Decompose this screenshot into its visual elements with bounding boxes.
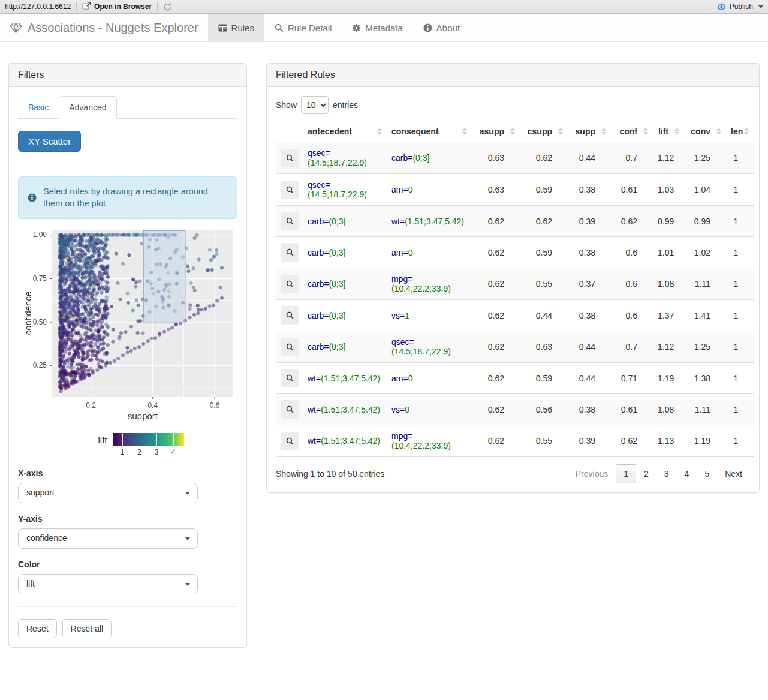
column-header-len[interactable]: len bbox=[726, 121, 754, 142]
consequent-attribute: qsec= bbox=[391, 337, 414, 347]
cell-antecedent: carb=(0;3] bbox=[303, 206, 387, 237]
magnifier-icon bbox=[286, 186, 294, 194]
consequent-value: 1 bbox=[405, 311, 409, 320]
sort-icon bbox=[716, 128, 721, 135]
table-row[interactable]: qsec=(14.5;18.7;22.9)am=00.630.590.380.6… bbox=[276, 174, 754, 206]
cell-csupp: 0.62 bbox=[520, 206, 568, 237]
scatter-plot-canvas[interactable] bbox=[18, 226, 237, 424]
cell-conv: 1.04 bbox=[684, 174, 726, 206]
row-inspect-button[interactable] bbox=[281, 432, 299, 450]
tab-rule-detail[interactable]: Rule Detail bbox=[264, 14, 342, 41]
legend-tick-mark bbox=[156, 433, 157, 446]
row-inspect-button[interactable] bbox=[281, 338, 299, 356]
table-row[interactable]: carb=(0;3]am=00.620.590.380.61.011.021 bbox=[276, 237, 754, 268]
filters-tab-basic[interactable]: Basic bbox=[18, 96, 59, 119]
pagination-page-4[interactable]: 4 bbox=[677, 465, 697, 483]
magnifier-icon bbox=[286, 437, 294, 445]
antecedent-attribute: wt= bbox=[308, 374, 321, 383]
cell-csupp: 0.59 bbox=[520, 237, 568, 268]
row-inspect-button[interactable] bbox=[281, 369, 299, 387]
table-row[interactable]: qsec=(14.5;18.7;22.9)carb=(0;3]0.630.620… bbox=[276, 142, 754, 174]
column-header-conv[interactable]: conv bbox=[684, 121, 726, 142]
y-axis-select[interactable]: confidence bbox=[18, 528, 198, 549]
sort-icon bbox=[601, 128, 606, 135]
cell-csupp: 0.55 bbox=[520, 425, 568, 457]
cell-csupp: 0.63 bbox=[520, 331, 568, 363]
row-inspect-button[interactable] bbox=[281, 149, 299, 167]
row-inspect-button[interactable] bbox=[281, 181, 299, 199]
publish-button[interactable]: Publish bbox=[716, 2, 763, 11]
table-row[interactable]: carb=(0;3]vs=10.620.440.380.61.371.411 bbox=[276, 300, 754, 331]
legend-gradient-bar: 1234 bbox=[113, 433, 184, 457]
pagination-page-2[interactable]: 2 bbox=[636, 465, 656, 483]
tab-about[interactable]: About bbox=[413, 14, 470, 41]
pagination-page-5[interactable]: 5 bbox=[697, 465, 717, 483]
magnifier-icon bbox=[286, 405, 294, 413]
tab-label: Rules bbox=[231, 23, 254, 33]
table-row[interactable]: carb=(0;3]qsec=(14.5;18.7;22.9)0.620.630… bbox=[276, 331, 754, 363]
tab-metadata[interactable]: Metadata bbox=[342, 14, 413, 41]
row-inspect-button[interactable] bbox=[281, 306, 299, 325]
cell-lift: 1.19 bbox=[653, 363, 684, 394]
pagination-page-1[interactable]: 1 bbox=[616, 464, 636, 483]
column-label: conf bbox=[619, 127, 637, 136]
column-header-asupp[interactable]: asupp bbox=[472, 121, 520, 142]
magnifier-icon bbox=[286, 311, 294, 319]
refresh-icon[interactable] bbox=[163, 2, 172, 11]
color-select[interactable]: lift bbox=[18, 574, 198, 594]
cell-conv: 1.19 bbox=[684, 425, 726, 457]
cell-supp: 0.44 bbox=[568, 331, 611, 363]
tab-rules[interactable]: Rules bbox=[208, 14, 264, 41]
legend-tick-mark bbox=[122, 433, 123, 446]
reset-button[interactable]: Reset bbox=[18, 619, 57, 638]
page-length-select[interactable]: 10 bbox=[301, 96, 329, 114]
cell-lift: 1.37 bbox=[653, 300, 684, 331]
cell-asupp: 0.62 bbox=[472, 268, 520, 300]
open-in-browser-button[interactable]: Open in Browser bbox=[82, 2, 152, 11]
table-row[interactable]: wt=(1.51;3.47;5.42)am=00.620.590.440.711… bbox=[276, 363, 754, 394]
row-inspect-button[interactable] bbox=[281, 400, 299, 419]
consequent-value: (1.51;3.47;5.42) bbox=[405, 217, 464, 226]
color-legend: lift 1234 bbox=[44, 432, 237, 458]
sort-icon bbox=[462, 128, 467, 135]
open-in-browser-icon bbox=[82, 2, 91, 11]
column-header-csupp[interactable]: csupp bbox=[520, 121, 568, 142]
column-header-consequent[interactable]: consequent bbox=[387, 121, 472, 142]
cell-antecedent: qsec=(14.5;18.7;22.9) bbox=[303, 174, 387, 206]
row-inspect-button[interactable] bbox=[281, 243, 299, 262]
row-inspect-button[interactable] bbox=[281, 212, 299, 230]
table-row[interactable]: carb=(0;3]mpg=(10.4;22.2;33.9)0.620.550.… bbox=[276, 268, 754, 300]
row-inspect-button[interactable] bbox=[281, 275, 299, 293]
xy-scatter-button[interactable]: XY-Scatter bbox=[18, 131, 81, 152]
cell-antecedent: carb=(0;3] bbox=[303, 300, 387, 331]
column-header-conf[interactable]: conf bbox=[611, 121, 653, 142]
consequent-attribute: am= bbox=[391, 185, 408, 194]
cell-csupp: 0.55 bbox=[520, 268, 568, 300]
tab-label: Metadata bbox=[365, 23, 403, 33]
antecedent-value: (0;3] bbox=[329, 217, 345, 226]
reset-all-button[interactable]: Reset all bbox=[62, 619, 112, 638]
table-row[interactable]: carb=(0;3]wt=(1.51;3.47;5.42)0.620.620.3… bbox=[276, 206, 754, 237]
cell-inspect bbox=[276, 394, 303, 425]
pagination-previous[interactable]: Previous bbox=[568, 465, 616, 483]
sort-icon bbox=[674, 128, 679, 135]
pagination-next[interactable]: Next bbox=[717, 465, 750, 483]
cell-csupp: 0.62 bbox=[520, 142, 568, 174]
table-row[interactable]: wt=(1.51;3.47;5.42)mpg=(10.4;22.2;33.9)0… bbox=[276, 425, 754, 457]
cell-conv: 1.11 bbox=[684, 268, 726, 300]
tab-label: About bbox=[436, 23, 460, 33]
pagination-page-3[interactable]: 3 bbox=[656, 465, 677, 483]
filters-tab-advanced[interactable]: Advanced bbox=[59, 96, 116, 119]
antecedent-attribute: carb= bbox=[308, 279, 329, 289]
antecedent-value: (14.5;18.7;22.9) bbox=[308, 158, 367, 167]
x-axis-select[interactable]: support bbox=[18, 483, 198, 503]
column-header-supp[interactable]: supp bbox=[568, 121, 611, 142]
cell-supp: 0.39 bbox=[568, 206, 611, 237]
column-header-lift[interactable]: lift bbox=[653, 121, 684, 142]
toolbar-divider bbox=[76, 2, 77, 11]
consequent-attribute: mpg= bbox=[391, 431, 412, 441]
cell-inspect bbox=[276, 206, 303, 237]
gear-icon bbox=[352, 23, 361, 32]
table-row[interactable]: wt=(1.51;3.47;5.42)vs=00.620.560.380.611… bbox=[276, 394, 754, 425]
column-header-antecedent[interactable]: antecedent bbox=[303, 121, 387, 142]
